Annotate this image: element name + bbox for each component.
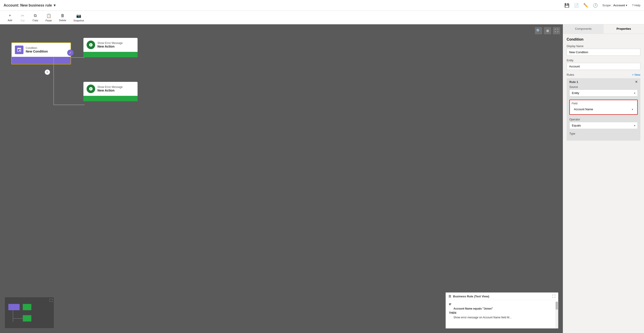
- display-name-input[interactable]: [567, 49, 640, 56]
- paste-button[interactable]: 📋 Paste: [42, 12, 56, 23]
- tab-components[interactable]: Components: [563, 24, 604, 34]
- zoom-in-icon: ⊕: [546, 29, 549, 33]
- mini-line-v: [13, 310, 13, 322]
- main-layout: 🔍 ⊕ ⛶ Condition New Condition: [0, 24, 644, 333]
- rule-1-close-button[interactable]: ✕: [635, 80, 638, 84]
- field-label: Field: [572, 102, 636, 105]
- action-node-2-bar: [84, 96, 138, 101]
- zoom-out-button[interactable]: 🔍: [535, 27, 542, 34]
- condition-node-name: New Condition: [26, 50, 48, 53]
- save-icon[interactable]: 💾: [564, 3, 569, 8]
- if-keyword: IF: [449, 303, 452, 306]
- text-view-icon: ☰: [448, 295, 451, 298]
- zoom-out-icon: 🔍: [536, 29, 541, 33]
- rules-header: Rules + New: [567, 73, 640, 76]
- condition-node[interactable]: Condition New Condition: [11, 42, 71, 64]
- condition-node-bar: [12, 57, 70, 64]
- title-bar-left: Account: New business rule ▾: [4, 3, 56, 8]
- page-title: Account: New business rule: [4, 4, 52, 8]
- scope-label: Scope :: [602, 4, 612, 7]
- canvas-controls: 🔍 ⊕ ⛶: [535, 27, 560, 34]
- help-button[interactable]: ? Help: [632, 4, 640, 7]
- action-node-1-text: Show Error Message New Action: [98, 42, 123, 48]
- fit-view-icon: ⛶: [555, 29, 558, 33]
- scope-chevron-icon: ▾: [626, 4, 627, 7]
- mini-condition-node: [8, 304, 20, 310]
- checkmark-connector: ✓: [67, 50, 74, 56]
- source-label: Source: [569, 86, 638, 88]
- then-keyword: THEN: [449, 311, 456, 314]
- toolbar: + Add ✂ Cut ⧉ Copy 📋 Paste 🗑 Delete 📷 Sn…: [0, 11, 644, 24]
- operator-select[interactable]: Equals Does Not Equal Contains Does Not …: [569, 122, 638, 129]
- field-select[interactable]: Account Name: [572, 106, 636, 112]
- rules-new-button[interactable]: + New: [632, 73, 640, 76]
- fit-view-button[interactable]: ⛶: [553, 27, 560, 34]
- mini-line-h: [13, 318, 23, 318]
- scope-value: Account: [613, 4, 625, 7]
- edit-icon[interactable]: ✏️: [583, 3, 588, 8]
- field-select-wrap: Account Name ▾: [572, 106, 636, 112]
- condition-node-text: Condition New Condition: [26, 46, 48, 53]
- entity-input[interactable]: [567, 63, 640, 70]
- panel-content: Condition Display Name Entity Rules + Ne…: [563, 34, 644, 146]
- mini-map-expand-icon[interactable]: ⛶: [50, 298, 52, 302]
- action-node-1-label: Show Error Message: [98, 42, 123, 45]
- rule-1-label: Rule 1: [569, 80, 578, 84]
- source-select-wrap: Entity Value ▾: [569, 90, 638, 96]
- history-icon[interactable]: 🕐: [593, 3, 598, 8]
- text-view-scrollbar[interactable]: [556, 302, 558, 328]
- text-view-then-line: THEN: [449, 311, 555, 315]
- operator-label: Operator: [569, 118, 638, 121]
- display-name-field-group: Display Name: [567, 45, 640, 56]
- entity-field-group: Entity: [567, 59, 640, 70]
- text-view-content: IF Account Name equals "Jones" THEN Show…: [446, 300, 558, 327]
- action-node-1-header: Show Error Message New Action: [84, 38, 138, 52]
- text-view-if-line: IF: [449, 302, 555, 306]
- snapshot-button[interactable]: 📷 Snapshot: [70, 12, 88, 23]
- snapshot-icon: 📷: [76, 13, 81, 18]
- text-view-title-area: ☰ Business Rule (Text View): [448, 295, 489, 298]
- paste-icon: 📋: [46, 13, 51, 18]
- operator-select-wrap: Equals Does Not Equal Contains Does Not …: [569, 122, 638, 129]
- zoom-in-button[interactable]: ⊕: [544, 27, 551, 34]
- source-field-group: Source Entity Value ▾: [569, 86, 638, 96]
- action-node-1-icon: [86, 40, 95, 49]
- source-select[interactable]: Entity Value: [569, 90, 638, 96]
- panel-section-title: Condition: [567, 38, 640, 42]
- add-button[interactable]: + Add: [4, 12, 16, 22]
- title-bar: Account: New business rule ▾ 💾 📄 ✏️ 🕐 Sc…: [0, 0, 644, 11]
- action-text: Show error message on Account Name field…: [454, 316, 512, 319]
- copy-icon: ⧉: [34, 13, 37, 18]
- x-connector: ✕: [45, 70, 50, 75]
- mini-action-node-1: [23, 304, 31, 310]
- action-node-1[interactable]: Show Error Message New Action: [84, 38, 138, 57]
- text-view-scroll-thumb: [556, 302, 558, 310]
- condition-node-icon: [15, 46, 24, 54]
- connector-line-1: [71, 57, 84, 58]
- type-label: Type: [569, 132, 638, 135]
- copy-button[interactable]: ⧉ Copy: [29, 12, 42, 22]
- title-chevron-icon[interactable]: ▾: [54, 3, 56, 8]
- canvas-area[interactable]: 🔍 ⊕ ⛶ Condition New Condition: [0, 24, 563, 333]
- delete-icon: 🗑: [61, 13, 65, 18]
- condition-node-label: Condition: [26, 46, 48, 50]
- text-view-header: ☰ Business Rule (Text View) ⛶: [446, 293, 558, 300]
- rules-label: Rules: [567, 73, 574, 76]
- cut-button[interactable]: ✂ Cut: [16, 12, 29, 23]
- save-as-icon[interactable]: 📄: [574, 3, 579, 8]
- text-view-expand-button[interactable]: ⛶: [552, 294, 556, 298]
- delete-button[interactable]: 🗑 Delete: [56, 12, 70, 22]
- title-bar-right: 💾 📄 ✏️ 🕐 Scope : Account ▾ ? Help: [564, 3, 640, 8]
- action-node-1-name: New Action: [98, 45, 123, 48]
- text-view-action-line: Show error message on Account Name field…: [449, 316, 555, 320]
- text-view: ☰ Business Rule (Text View) ⛶ IF Account…: [446, 292, 558, 328]
- action-node-2[interactable]: Show Error Message New Action: [84, 82, 138, 101]
- rule-1-header: Rule 1 ✕: [567, 78, 640, 86]
- action-node-2-name: New Action: [98, 88, 123, 92]
- operator-field-group: Operator Equals Does Not Equal Contains …: [569, 118, 638, 129]
- field-field-group: Field Account Name ▾: [569, 100, 638, 115]
- scope-selector[interactable]: Scope : Account ▾: [602, 4, 627, 7]
- condition-text: Account Name equals "Jones": [454, 307, 493, 310]
- rule-1-content: Source Entity Value ▾ Field: [567, 86, 640, 141]
- tab-properties[interactable]: Properties: [604, 24, 644, 34]
